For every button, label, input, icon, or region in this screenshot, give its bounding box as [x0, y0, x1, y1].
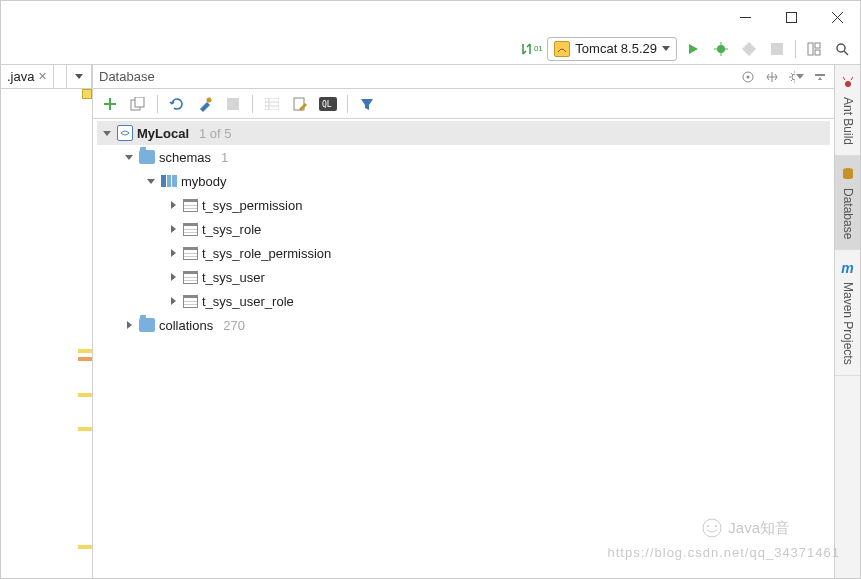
schemas-meta: 1 — [215, 150, 228, 165]
collapse-arrow-icon[interactable] — [123, 319, 135, 331]
side-tab-maven[interactable]: m Maven Projects — [835, 250, 860, 376]
database-tree[interactable]: MyLocal 1 of 5 schemas 1 mybody — [93, 119, 834, 578]
edit-source-icon[interactable] — [291, 95, 309, 113]
side-tab-label: Ant Build — [841, 97, 855, 145]
svg-rect-12 — [815, 43, 820, 48]
gear-icon[interactable] — [788, 69, 804, 85]
table-node[interactable]: t_sys_user_role — [97, 289, 830, 313]
filter-icon[interactable] — [358, 95, 376, 113]
debug-button[interactable] — [709, 37, 733, 61]
refresh-icon[interactable] — [168, 95, 186, 113]
console-icon[interactable]: QL — [319, 95, 337, 113]
folder-icon — [139, 150, 155, 164]
collapse-arrow-icon[interactable] — [167, 199, 179, 211]
editor-tab-java[interactable]: .java ✕ — [1, 65, 54, 88]
svg-rect-11 — [808, 43, 813, 55]
window-close-button[interactable] — [814, 1, 860, 33]
table-icon — [183, 247, 198, 260]
window-minimize-button[interactable] — [722, 1, 768, 33]
collapse-arrow-icon[interactable] — [167, 247, 179, 259]
schema-node[interactable]: mybody — [97, 169, 830, 193]
svg-point-43 — [845, 81, 851, 87]
collations-node[interactable]: collations 270 — [97, 313, 830, 337]
properties-icon[interactable] — [196, 95, 214, 113]
split-icon[interactable] — [764, 69, 780, 85]
side-tab-database[interactable]: Database — [835, 156, 860, 250]
expand-arrow-icon[interactable] — [123, 151, 135, 163]
side-tab-ant[interactable]: Ant Build — [835, 65, 860, 156]
svg-rect-36 — [265, 98, 279, 110]
database-toolbar: QL — [93, 89, 834, 119]
svg-line-45 — [851, 77, 853, 80]
table-icon — [183, 223, 198, 236]
add-datasource-button[interactable] — [101, 95, 119, 113]
collapse-arrow-icon[interactable] — [167, 271, 179, 283]
collations-meta: 270 — [217, 318, 245, 333]
run-button[interactable] — [681, 37, 705, 61]
update-icon[interactable]: 01 — [519, 37, 543, 61]
database-panel-title: Database — [99, 69, 155, 84]
svg-rect-13 — [815, 50, 820, 55]
svg-rect-1 — [786, 12, 796, 22]
close-icon[interactable]: ✕ — [38, 70, 47, 83]
table-view-icon[interactable] — [263, 95, 281, 113]
maven-icon: m — [840, 260, 856, 276]
warning-marker[interactable] — [78, 393, 92, 397]
svg-rect-10 — [771, 43, 783, 55]
svg-line-44 — [843, 77, 845, 80]
ant-icon — [840, 75, 856, 91]
svg-point-14 — [837, 44, 845, 52]
datasource-label: MyLocal — [137, 126, 189, 141]
table-node[interactable]: t_sys_role — [97, 217, 830, 241]
warning-marker[interactable] — [78, 545, 92, 549]
svg-rect-9 — [742, 42, 756, 56]
stop-button[interactable] — [765, 37, 789, 61]
coverage-button[interactable] — [737, 37, 761, 61]
window-maximize-button[interactable] — [768, 1, 814, 33]
inspection-indicator[interactable] — [82, 89, 92, 99]
table-node[interactable]: t_sys_user — [97, 265, 830, 289]
schema-label: mybody — [181, 174, 227, 189]
duplicate-icon[interactable] — [129, 95, 147, 113]
warning-marker[interactable] — [78, 427, 92, 431]
error-marker[interactable] — [78, 357, 92, 361]
editor-tab-label: .java — [7, 69, 34, 84]
collapse-arrow-icon[interactable] — [167, 295, 179, 307]
svg-point-34 — [207, 97, 212, 102]
table-node[interactable]: t_sys_role_permission — [97, 241, 830, 265]
table-node[interactable]: t_sys_permission — [97, 193, 830, 217]
table-icon — [183, 295, 198, 308]
svg-rect-33 — [135, 97, 144, 107]
tomcat-icon — [554, 41, 570, 57]
schemas-node[interactable]: schemas 1 — [97, 145, 830, 169]
project-structure-button[interactable] — [802, 37, 826, 61]
side-tab-label: Maven Projects — [841, 282, 855, 365]
run-configuration-selector[interactable]: Tomcat 8.5.29 — [547, 37, 677, 61]
hide-panel-icon[interactable] — [812, 69, 828, 85]
collapse-arrow-icon[interactable] — [167, 223, 179, 235]
table-label: t_sys_user — [202, 270, 265, 285]
collations-label: collations — [159, 318, 213, 333]
side-tab-label: Database — [841, 188, 855, 239]
datasource-node[interactable]: MyLocal 1 of 5 — [97, 121, 830, 145]
table-label: t_sys_role_permission — [202, 246, 331, 261]
editor-gutter: .java ✕ — [1, 65, 93, 578]
disconnect-icon[interactable] — [224, 95, 242, 113]
editor-tab-dropdown[interactable] — [66, 65, 92, 88]
warning-marker[interactable] — [78, 349, 92, 353]
table-icon — [183, 199, 198, 212]
svg-point-4 — [717, 45, 725, 53]
target-icon[interactable] — [740, 69, 756, 85]
svg-line-15 — [844, 51, 848, 55]
search-everywhere-button[interactable] — [830, 37, 854, 61]
datasource-icon — [117, 125, 133, 141]
expand-arrow-icon[interactable] — [145, 175, 157, 187]
chevron-down-icon — [796, 74, 804, 79]
expand-arrow-icon[interactable] — [101, 127, 113, 139]
svg-rect-29 — [815, 74, 825, 76]
main-toolbar: 01 Tomcat 8.5.29 — [1, 33, 860, 65]
schemas-label: schemas — [159, 150, 211, 165]
svg-text:QL: QL — [322, 100, 332, 109]
svg-point-20 — [792, 74, 795, 80]
table-label: t_sys_user_role — [202, 294, 294, 309]
